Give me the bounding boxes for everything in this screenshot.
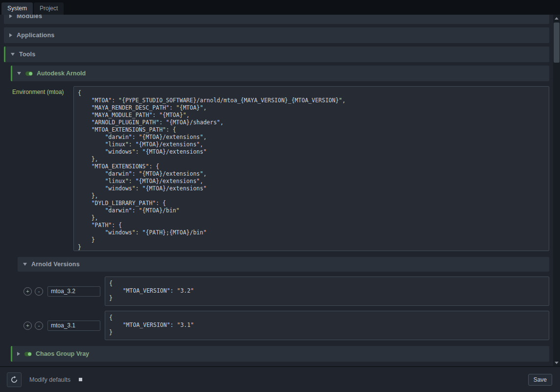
section-header-applications[interactable]: Applications <box>4 27 549 43</box>
group-header-arnold[interactable]: Autodesk Arnold <box>11 66 549 81</box>
arnold-versions-section: Arnold Versions + - { "MTOA_VERSION": "3… <box>18 257 549 340</box>
environment-label: Environment (mtoa) <box>11 86 73 95</box>
version-row: + - { "MTOA_VERSION": "3.2" } <box>18 277 549 306</box>
settings-scroll-area: Modules Applications Tools Autodesk Arno… <box>0 15 553 366</box>
vertical-scrollbar[interactable] <box>553 15 560 366</box>
collapse-arrow-icon <box>23 263 27 266</box>
tab-bar: System Project <box>0 0 560 15</box>
tab-system[interactable]: System <box>1 2 33 15</box>
section-header-modules[interactable]: Modules <box>4 15 549 24</box>
version-name-input[interactable] <box>47 286 100 297</box>
group-enabled-toggle-icon[interactable] <box>25 71 33 76</box>
add-version-button[interactable]: + <box>23 287 32 296</box>
version-json-textarea[interactable]: { "MTOA_VERSION": "3.2" } <box>105 277 549 306</box>
group-label-arnold: Autodesk Arnold <box>37 70 86 77</box>
section-label-applications: Applications <box>17 32 54 39</box>
expand-arrow-icon <box>9 33 12 37</box>
group-enabled-toggle-icon[interactable] <box>24 352 32 356</box>
environment-row: Environment (mtoa) { "MTOA": "{PYPE_STUD… <box>11 86 549 251</box>
settings-window: System Project Modules Applications Tool… <box>0 0 560 392</box>
version-row: + - { "MTOA_VERSION": "3.1" } <box>18 311 549 340</box>
modify-defaults-checkbox[interactable] <box>79 378 82 381</box>
group-header-vray[interactable]: Chaos Group Vray <box>11 346 549 362</box>
version-name-input[interactable] <box>47 321 100 331</box>
scroll-down-arrow-icon[interactable] <box>553 359 560 366</box>
section-label-tools: Tools <box>19 51 35 58</box>
section-label-modules: Modules <box>17 15 42 20</box>
refresh-button[interactable] <box>7 372 22 387</box>
refresh-icon <box>10 376 18 384</box>
scroll-up-arrow-icon[interactable] <box>553 15 560 22</box>
group-label-vray: Chaos Group Vray <box>36 350 89 357</box>
tab-project[interactable]: Project <box>34 2 64 15</box>
version-json-textarea[interactable]: { "MTOA_VERSION": "3.1" } <box>105 311 549 340</box>
section-header-tools[interactable]: Tools <box>4 46 549 62</box>
collapse-arrow-icon <box>11 53 15 56</box>
collapse-arrow-icon <box>17 72 21 75</box>
footer-bar: Modify defaults Save <box>0 366 560 392</box>
expand-arrow-icon <box>17 352 20 356</box>
remove-version-button[interactable]: - <box>35 287 43 296</box>
tools-section-body: Autodesk Arnold Environment (mtoa) { "MT… <box>4 62 549 362</box>
modify-defaults-label[interactable]: Modify defaults <box>29 376 70 383</box>
section-header-arnold-versions[interactable]: Arnold Versions <box>18 257 549 272</box>
section-label-arnold-versions: Arnold Versions <box>31 261 80 268</box>
expand-arrow-icon <box>9 15 12 18</box>
add-version-button[interactable]: + <box>23 322 32 330</box>
remove-version-button[interactable]: - <box>35 322 43 330</box>
environment-json-textarea[interactable]: { "MTOA": "{PYPE_STUDIO_SOFTWARE}/arnold… <box>73 86 549 251</box>
save-button[interactable]: Save <box>528 374 552 386</box>
scrollbar-thumb[interactable] <box>554 23 560 63</box>
